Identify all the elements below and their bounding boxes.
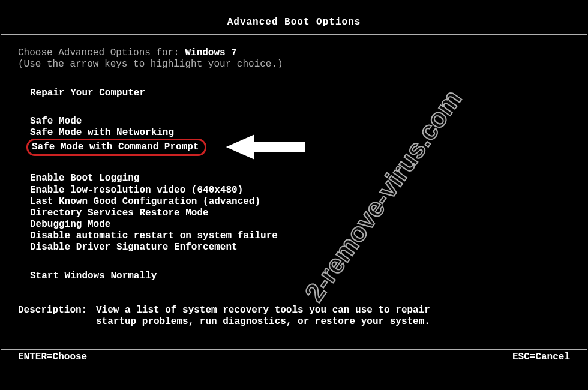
menu-item-boot-logging[interactable]: Enable Boot Logging (30, 173, 139, 184)
intro-block: Choose Advanced Options for: Windows 7 (… (18, 47, 570, 70)
description-label: Description: (18, 305, 96, 328)
menu-item-start-normally[interactable]: Start Windows Normally (30, 271, 157, 282)
svg-marker-0 (224, 134, 306, 160)
page-title: Advanced Boot Options (0, 0, 588, 34)
intro-hint: (Use the arrow keys to highlight your ch… (18, 59, 570, 70)
menu-advanced-section: Enable Boot Logging Enable low-resolutio… (30, 173, 570, 253)
footer-divider (1, 349, 587, 350)
pointer-arrow-icon (217, 129, 313, 165)
menu-item-disable-driver-sig[interactable]: Disable Driver Signature Enforcement (30, 242, 238, 253)
intro-line-1: Choose Advanced Options for: Windows 7 (18, 47, 570, 59)
menu-item-ds-restore[interactable]: Directory Services Restore Mode (30, 208, 209, 219)
intro-prefix: Choose Advanced Options for: (18, 47, 185, 58)
menu-normal-section: Start Windows Normally (30, 271, 570, 282)
menu-item-last-known-good[interactable]: Last Known Good Configuration (advanced) (30, 196, 260, 208)
footer-bar: ENTER=Choose ESC=Cancel (0, 352, 588, 363)
footer-enter: ENTER=Choose (18, 352, 87, 363)
title-underline (1, 34, 587, 35)
description-text: View a list of system recovery tools you… (96, 305, 432, 328)
footer-esc: ESC=Cancel (512, 352, 570, 363)
menu-item-safe-cmd[interactable]: Safe Mode with Command Prompt (26, 139, 206, 156)
menu-repair-section: Repair Your Computer (30, 88, 570, 99)
content-area: Choose Advanced Options for: Windows 7 (… (0, 47, 588, 328)
menu-item-low-res[interactable]: Enable low-resolution video (640x480) (30, 185, 243, 196)
menu-item-repair[interactable]: Repair Your Computer (30, 88, 145, 99)
menu-item-safe-networking[interactable]: Safe Mode with Networking (30, 127, 174, 139)
menu-item-safe-mode[interactable]: Safe Mode (30, 116, 82, 127)
os-name: Windows 7 (185, 47, 236, 58)
menu-item-debugging[interactable]: Debugging Mode (30, 219, 110, 230)
description-row: Description: View a list of system recov… (18, 305, 570, 328)
menu-item-disable-restart[interactable]: Disable automatic restart on system fail… (30, 230, 278, 242)
